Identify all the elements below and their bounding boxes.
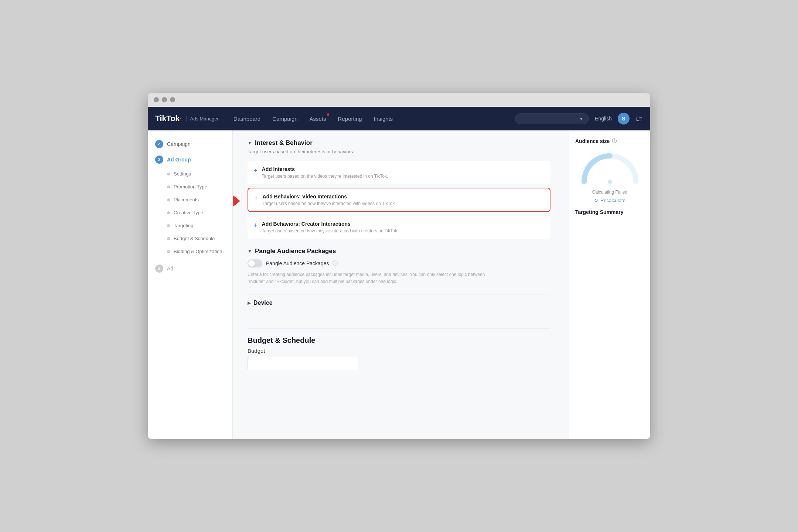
logo-dot: · bbox=[180, 114, 182, 123]
bullet-creative-type bbox=[167, 211, 170, 214]
svg-point-1 bbox=[608, 180, 612, 184]
sidebar-item-promotion-type[interactable]: Promotion Type bbox=[148, 180, 232, 193]
toggle-knob bbox=[248, 260, 255, 267]
add-behaviors-video-wrapper: + Add Behaviors: Video Interactions Targ… bbox=[248, 188, 550, 216]
ad-step-badge: 3 bbox=[155, 265, 163, 273]
add-behaviors-creator-row[interactable]: + Add Behaviors: Creator Interactions Ta… bbox=[248, 216, 550, 239]
budget-label: Budget bbox=[248, 348, 550, 354]
recalculate-label: Recalculate bbox=[600, 198, 625, 203]
sidebar-ad-label: Ad bbox=[167, 266, 173, 272]
add-behaviors-creator-plus-icon: + bbox=[253, 222, 258, 229]
nav-links: Dashboard Campaign Assets Reporting Insi… bbox=[233, 108, 515, 129]
right-panel: Audience size ⓘ Calculating Failed bbox=[569, 130, 650, 439]
bullet-promotion bbox=[167, 185, 170, 188]
sidebar-item-campaign[interactable]: ✓ Campaign bbox=[148, 136, 232, 152]
interest-behavior-title: Interest & Behavior bbox=[255, 139, 313, 147]
audience-size-info-icon: ⓘ bbox=[612, 138, 617, 144]
add-interests-desc: Target users based on the videos they're… bbox=[262, 174, 388, 179]
svg-marker-0 bbox=[233, 194, 240, 208]
bag-icon[interactable]: 🗂 bbox=[635, 115, 643, 123]
calculating-failed-text: Calculating Failed bbox=[575, 190, 644, 195]
bullet-bidding bbox=[167, 250, 170, 253]
add-interests-content: Add Interests Target users based on the … bbox=[262, 166, 388, 179]
audience-gauge-svg bbox=[580, 150, 640, 184]
chevron-down-icon: ▾ bbox=[580, 116, 583, 122]
budget-input[interactable] bbox=[248, 357, 358, 370]
add-behaviors-video-title: Add Behaviors: Video Interactions bbox=[263, 194, 396, 200]
nav-link-assets[interactable]: Assets bbox=[310, 108, 326, 129]
interest-behavior-desc: Target users based on their interests or… bbox=[248, 149, 550, 154]
nav-link-insights[interactable]: Insights bbox=[374, 108, 393, 129]
sidebar-item-settings[interactable]: Settings bbox=[148, 167, 232, 180]
top-nav: TikTok· Ads Manager Dashboard Campaign A… bbox=[148, 107, 650, 130]
assets-notification-dot bbox=[327, 113, 329, 116]
budget-schedule-section: Budget & Schedule Budget bbox=[248, 328, 550, 370]
add-behaviors-creator-desc: Target users based on how they've intera… bbox=[262, 228, 399, 233]
add-behaviors-video-row[interactable]: + Add Behaviors: Video Interactions Targ… bbox=[248, 188, 550, 212]
nav-search-bar[interactable]: ▾ bbox=[515, 113, 589, 124]
recalculate-button[interactable]: ↻ Recalculate bbox=[575, 198, 644, 203]
pangle-section: ▼ Pangle Audience Packages Pangle Audien… bbox=[248, 248, 550, 285]
sidebar-item-adgroup[interactable]: 2 Ad Group bbox=[148, 152, 232, 167]
pangle-info-icon: ⓘ bbox=[332, 260, 338, 267]
traffic-light-yellow bbox=[162, 97, 167, 102]
campaign-check-badge: ✓ bbox=[155, 140, 163, 148]
targeting-summary-title: Targeting Summary bbox=[575, 209, 644, 215]
main-container: ✓ Campaign 2 Ad Group Settings Promotion… bbox=[148, 130, 650, 439]
interest-behavior-header: ▼ Interest & Behavior bbox=[248, 139, 550, 147]
add-interests-row[interactable]: + Add Interests Target users based on th… bbox=[248, 161, 550, 184]
content-area: ▼ Interest & Behavior Target users based… bbox=[233, 130, 569, 439]
interest-behavior-chevron: ▼ bbox=[248, 140, 252, 146]
sidebar-item-targeting[interactable]: Targeting bbox=[148, 219, 232, 232]
sidebar-campaign-label: Campaign bbox=[167, 141, 191, 147]
logo: TikTok· Ads Manager bbox=[155, 114, 219, 123]
budget-title: Budget & Schedule bbox=[248, 336, 550, 345]
device-header[interactable]: ▶ Device bbox=[248, 300, 550, 306]
sidebar-item-bidding-optimization[interactable]: Bidding & Optimization bbox=[148, 245, 232, 258]
sidebar-item-placements[interactable]: Placements bbox=[148, 193, 232, 206]
bullet-placements bbox=[167, 198, 170, 201]
add-behaviors-video-plus-icon: + bbox=[254, 194, 258, 202]
device-chevron-icon: ▶ bbox=[248, 301, 250, 306]
gauge-container bbox=[575, 150, 644, 184]
browser-titlebar bbox=[148, 93, 650, 107]
add-behaviors-creator-content: Add Behaviors: Creator Interactions Targ… bbox=[262, 221, 399, 233]
logo-tiktok: TikTok· bbox=[155, 114, 182, 123]
sidebar-adgroup-label: Ad Group bbox=[167, 157, 191, 163]
bullet-targeting bbox=[167, 224, 170, 227]
device-section: ▶ Device bbox=[248, 294, 550, 311]
nav-right: ▾ English S 🗂 bbox=[515, 113, 643, 125]
pangle-toggle-row: Pangle Audience Packages ⓘ bbox=[248, 259, 550, 267]
browser-body: TikTok· Ads Manager Dashboard Campaign A… bbox=[148, 107, 650, 439]
add-interests-title: Add Interests bbox=[262, 166, 388, 172]
sidebar-item-budget-schedule[interactable]: Budget & Schedule bbox=[148, 232, 232, 245]
nav-link-dashboard[interactable]: Dashboard bbox=[233, 108, 260, 129]
pangle-title: Pangle Audience Packages bbox=[255, 248, 336, 255]
red-arrow-indicator bbox=[233, 194, 240, 210]
logo-subtitle: Ads Manager bbox=[186, 116, 219, 122]
sidebar-item-creative-type[interactable]: Creative Type bbox=[148, 206, 232, 219]
adgroup-step-badge: 2 bbox=[155, 156, 163, 164]
pangle-toggle[interactable] bbox=[248, 259, 262, 267]
nav-link-campaign[interactable]: Campaign bbox=[272, 108, 297, 129]
nav-language[interactable]: English bbox=[595, 116, 612, 122]
pangle-chevron: ▼ bbox=[248, 249, 252, 254]
interest-behavior-section: ▼ Interest & Behavior Target users based… bbox=[248, 139, 550, 239]
sidebar: ✓ Campaign 2 Ad Group Settings Promotion… bbox=[148, 130, 233, 439]
sidebar-item-ad[interactable]: 3 Ad bbox=[148, 261, 232, 276]
pangle-toggle-label: Pangle Audience Packages bbox=[266, 260, 329, 266]
audience-size-header: Audience size ⓘ bbox=[575, 138, 644, 144]
traffic-light-green bbox=[170, 97, 175, 102]
bullet-budget-schedule bbox=[167, 237, 170, 240]
refresh-icon: ↻ bbox=[594, 198, 598, 203]
add-behaviors-creator-title: Add Behaviors: Creator Interactions bbox=[262, 221, 399, 227]
section-divider bbox=[248, 319, 550, 319]
pangle-header: ▼ Pangle Audience Packages bbox=[248, 248, 550, 255]
nav-link-reporting[interactable]: Reporting bbox=[338, 108, 362, 129]
traffic-light-red bbox=[154, 97, 159, 102]
bullet-settings bbox=[167, 173, 170, 175]
browser-window: TikTok· Ads Manager Dashboard Campaign A… bbox=[148, 93, 650, 439]
add-behaviors-video-content: Add Behaviors: Video Interactions Target… bbox=[263, 194, 396, 206]
nav-avatar[interactable]: S bbox=[618, 113, 630, 125]
audience-size-title-text: Audience size bbox=[575, 138, 610, 144]
